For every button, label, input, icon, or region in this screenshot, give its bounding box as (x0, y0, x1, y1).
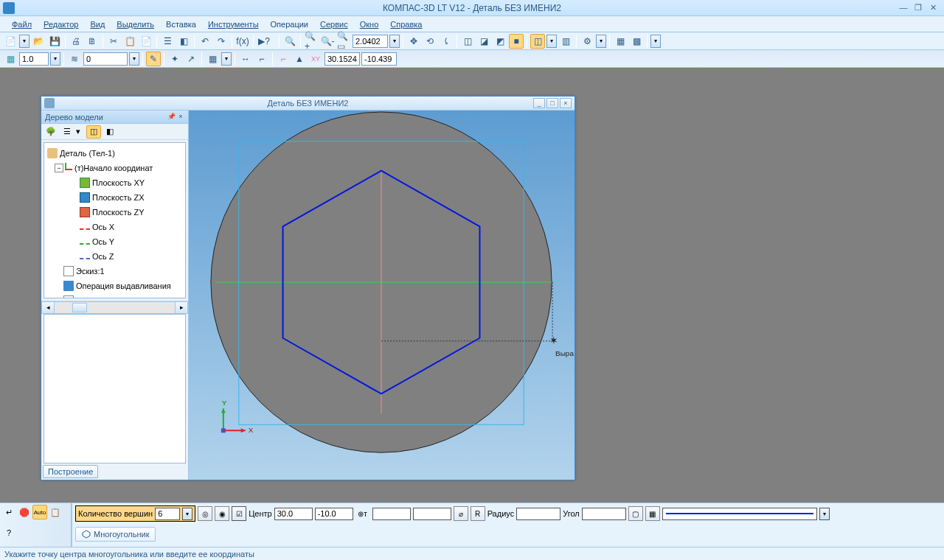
doc-maximize-button[interactable]: □ (546, 98, 558, 108)
save-button[interactable]: 💾 (47, 34, 62, 49)
scroll-right-button[interactable]: ▸ (175, 301, 188, 314)
snap-1-button[interactable]: ✦ (167, 52, 182, 66)
more-dropdown[interactable]: ▾ (650, 35, 661, 48)
menu-service[interactable]: Сервис (314, 18, 354, 31)
grid-button[interactable]: ▦ (3, 52, 18, 66)
section-button[interactable]: ▥ (558, 34, 573, 49)
tree-extrude-1[interactable]: Операция выдавливания (76, 281, 171, 290)
menu-insert[interactable]: Вставка (160, 18, 202, 31)
tree-axis-x[interactable]: Ось X (92, 223, 114, 231)
inscribed-button[interactable]: ◎ (198, 506, 212, 521)
open-button[interactable]: 📂 (31, 34, 46, 49)
print-button[interactable]: 🖨 (69, 34, 83, 49)
coord-y-input[interactable] (361, 52, 397, 66)
preview-button[interactable]: 🗎 (85, 34, 100, 49)
layer-input[interactable] (83, 52, 128, 66)
tree-axis-y[interactable]: Ось Y (92, 237, 114, 246)
radius-input[interactable] (516, 508, 560, 520)
tree-plane-zx[interactable]: Плоскость ZX (92, 193, 145, 202)
doc-minimize-button[interactable]: _ (533, 98, 545, 108)
wireframe-button[interactable]: ◫ (460, 34, 475, 49)
scroll-left-button[interactable]: ◂ (41, 301, 55, 314)
perspective-dropdown[interactable]: ▾ (546, 35, 557, 48)
help-prop-button[interactable]: ? (1, 525, 16, 540)
new-dropdown[interactable]: ▾ (19, 35, 30, 48)
tree-content[interactable]: Деталь (Тел-1) −(т)Начало координат Плос… (44, 142, 186, 298)
layer-dropdown[interactable]: ▾ (129, 52, 139, 66)
tree-origin[interactable]: (т)Начало координат (74, 164, 153, 172)
round-button[interactable]: ⌐ (276, 52, 291, 66)
enter-button[interactable]: ↵ (1, 505, 16, 519)
snap-2-button[interactable]: ↗ (184, 52, 198, 66)
new-button[interactable]: 📄 (3, 34, 18, 49)
zoom-input[interactable] (353, 35, 388, 48)
menu-instruments[interactable]: Инструменты (202, 18, 265, 31)
zoom-dropdown[interactable]: ▾ (389, 35, 400, 48)
menu-select[interactable]: Выделить (111, 18, 160, 31)
coord-x-input[interactable] (324, 52, 360, 66)
shaded-button[interactable]: ■ (509, 34, 524, 49)
redo-button[interactable]: ↷ (214, 34, 229, 49)
radius-mode-button[interactable]: R (471, 506, 485, 521)
tree-mode-dropdown[interactable]: ▾ (76, 127, 80, 136)
copy-obj-button[interactable]: 📋 (48, 505, 63, 519)
sketch-button[interactable]: ✎ (146, 52, 161, 66)
scroll-thumb[interactable] (72, 303, 87, 312)
tree-mode-1-button[interactable]: 🌳 (44, 125, 58, 139)
dim-button[interactable]: ↔ (238, 52, 253, 66)
paste-button[interactable]: 📄 (139, 34, 153, 49)
zoom-out-button[interactable]: 🔍- (320, 34, 335, 49)
tree-collapse-origin[interactable]: − (55, 164, 63, 172)
orbit-button[interactable]: ⤹ (439, 34, 454, 49)
variables-button[interactable]: ◧ (176, 34, 191, 49)
properties-button[interactable]: ☰ (160, 34, 175, 49)
tree-mode-2-button[interactable]: ☰ (60, 125, 74, 139)
tree-scrollbar[interactable]: ◂ ▸ (41, 301, 188, 314)
xy-button[interactable]: XY (308, 52, 323, 66)
rebuild-button[interactable]: ▦ (613, 34, 628, 49)
doc-close-button[interactable]: × (560, 98, 572, 108)
menu-help[interactable]: Справка (384, 18, 428, 31)
tree-pin-button[interactable]: 📌 (167, 112, 176, 121)
hidden-lines-button[interactable]: ◪ (476, 34, 491, 49)
line-style-select[interactable] (662, 508, 817, 520)
scale-dropdown[interactable]: ▾ (50, 52, 60, 66)
help-context-button[interactable]: ▶? (257, 34, 271, 49)
close-button[interactable]: ✕ (926, 1, 940, 13)
rotate-button[interactable]: ⟲ (423, 34, 437, 49)
vertices-dropdown[interactable]: ▾ (182, 508, 192, 520)
grid-display-button[interactable]: ▦ (205, 52, 220, 66)
minimize-button[interactable]: — (897, 1, 910, 13)
tree-plane-xy[interactable]: Плоскость XY (92, 178, 145, 187)
maximize-button[interactable]: ❐ (912, 1, 925, 13)
cut-button[interactable]: ✂ (106, 34, 121, 49)
vertices-input[interactable] (155, 508, 180, 520)
zoom-window-button[interactable]: 🔍▭ (336, 34, 351, 49)
zoom-in-button[interactable]: 🔍+ (304, 34, 319, 49)
ortho-button[interactable]: ⌐ (254, 52, 269, 66)
tree-sketch-2[interactable]: Эскиз:2 (76, 296, 105, 298)
menu-operations[interactable]: Операции (265, 18, 314, 31)
viewport-3d[interactable]: ✶ Выра X Y (189, 111, 575, 480)
menu-editor[interactable]: Редактор (38, 18, 84, 31)
tree-plane-zy[interactable]: Плоскость ZY (92, 208, 145, 217)
tree-root[interactable]: Деталь (Тел-1) (60, 149, 115, 158)
diam-button[interactable]: ⌀ (454, 506, 468, 521)
circumscribed-button[interactable]: ◉ (215, 506, 229, 521)
polygon-tab[interactable]: Многоугольник (75, 527, 156, 542)
menu-file[interactable]: Файл (6, 18, 38, 31)
stop-button[interactable]: 🛑 (17, 505, 32, 519)
perspective-button[interactable]: ◫ (530, 34, 545, 49)
center-mode-button[interactable]: ☑ (232, 506, 246, 521)
style-button[interactable]: ▦ (645, 506, 660, 521)
tree-sketch-1[interactable]: Эскиз:1 (76, 267, 105, 276)
copy-button[interactable]: 📋 (122, 34, 137, 49)
menu-window[interactable]: Окно (354, 18, 385, 31)
tool-a-dropdown[interactable]: ▾ (596, 35, 606, 48)
point-y-input[interactable] (413, 508, 451, 520)
auto-button[interactable]: Auto (32, 505, 47, 519)
tree-axis-z[interactable]: Ось Z (92, 252, 114, 261)
tree-close-button[interactable]: × (176, 112, 185, 121)
pan-button[interactable]: ✥ (406, 34, 421, 49)
angle-input[interactable] (582, 508, 626, 520)
